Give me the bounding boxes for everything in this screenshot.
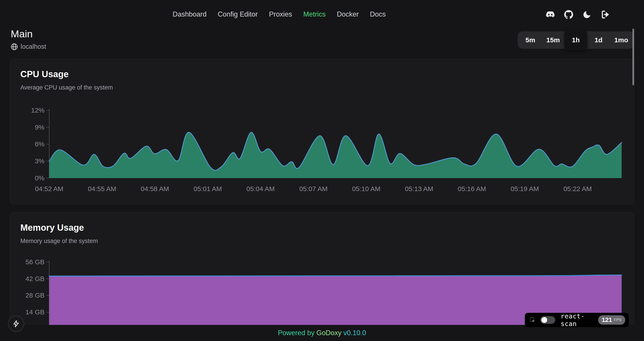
svg-text:42 GB: 42 GB: [26, 275, 44, 282]
quick-action-button[interactable]: [8, 316, 24, 332]
nav-item-docker[interactable]: Docker: [337, 10, 359, 18]
fps-badge: 121 FPS: [598, 315, 625, 325]
nav-item-metrics[interactable]: Metrics: [303, 10, 326, 18]
cpu-card-subtitle: Average CPU usage of the system: [20, 84, 634, 91]
svg-text:04:55 AM: 04:55 AM: [88, 185, 116, 192]
svg-text:28 GB: 28 GB: [26, 291, 44, 299]
svg-text:56 GB: 56 GB: [26, 258, 44, 266]
svg-text:04:52 AM: 04:52 AM: [35, 185, 64, 192]
svg-text:05:19 AM: 05:19 AM: [510, 185, 539, 192]
nav-item-dashboard[interactable]: Dashboard: [173, 10, 206, 18]
react-scan-label: react-scan: [560, 312, 593, 327]
github-icon[interactable]: [564, 10, 573, 19]
host-row: localhost: [11, 43, 46, 50]
cpu-usage-chart: 0%3%6%9%12%04:52 AM04:55 AM04:58 AM05:01…: [22, 105, 630, 195]
svg-text:05:10 AM: 05:10 AM: [352, 185, 380, 192]
svg-text:05:16 AM: 05:16 AM: [458, 185, 486, 192]
svg-text:6%: 6%: [35, 140, 44, 148]
footer-version: v0.10.0: [342, 329, 366, 337]
metrics-page: Dashboard Config Editor Proxies Metrics …: [0, 0, 644, 341]
svg-text:04:58 AM: 04:58 AM: [141, 185, 169, 192]
host-label: localhost: [20, 43, 46, 50]
time-range-5m[interactable]: 5m: [519, 31, 542, 49]
svg-text:3%: 3%: [35, 157, 44, 165]
toggle-knob: [541, 317, 547, 323]
lightning-icon: [12, 320, 20, 327]
inspect-element-icon[interactable]: [530, 317, 535, 323]
svg-text:05:22 AM: 05:22 AM: [564, 185, 592, 192]
globe-icon: [11, 43, 18, 50]
memory-card-title: Memory Usage: [20, 223, 634, 233]
page-head: Main localhost: [11, 28, 46, 50]
react-scan-toggle[interactable]: [540, 316, 555, 324]
svg-text:05:07 AM: 05:07 AM: [299, 185, 328, 192]
svg-text:05:01 AM: 05:01 AM: [194, 185, 222, 192]
footer-brand-link[interactable]: GoDoxy: [316, 329, 342, 337]
nav-item-docs[interactable]: Docs: [370, 10, 386, 18]
top-nav: Dashboard Config Editor Proxies Metrics …: [0, 0, 644, 27]
time-range-1h[interactable]: 1h: [564, 30, 587, 50]
page-title: Main: [11, 28, 46, 40]
fps-unit: FPS: [614, 318, 622, 322]
time-range-selector: 5m 15m 1h 1d 1mo: [518, 31, 634, 49]
nav-links: Dashboard Config Editor Proxies Metrics …: [173, 10, 386, 18]
react-scan-widget: react-scan 121 FPS: [525, 313, 629, 327]
cpu-card-title: CPU Usage: [20, 69, 634, 79]
svg-text:12%: 12%: [31, 107, 44, 114]
svg-text:0%: 0%: [35, 174, 44, 182]
svg-text:05:04 AM: 05:04 AM: [246, 185, 275, 192]
time-range-15m[interactable]: 15m: [542, 31, 564, 49]
moon-theme-icon[interactable]: [582, 10, 592, 19]
nav-icons: [546, 10, 610, 19]
svg-text:05:13 AM: 05:13 AM: [405, 185, 433, 192]
nav-item-config-editor[interactable]: Config Editor: [218, 10, 258, 18]
discord-icon[interactable]: [546, 10, 555, 19]
svg-text:14 GB: 14 GB: [26, 308, 44, 316]
time-range-1d[interactable]: 1d: [587, 31, 610, 49]
memory-card-subtitle: Memory usage of the system: [20, 238, 634, 245]
footer-powered-by: Powered by: [278, 329, 316, 337]
logout-icon[interactable]: [600, 10, 610, 19]
time-range-1mo[interactable]: 1mo: [610, 31, 632, 49]
scrollbar-thumb[interactable]: [632, 29, 634, 85]
footer: Powered by GoDoxy v0.10.0: [0, 325, 644, 341]
fps-value: 121: [602, 316, 612, 323]
nav-item-proxies[interactable]: Proxies: [269, 10, 292, 18]
svg-text:9%: 9%: [35, 124, 44, 131]
